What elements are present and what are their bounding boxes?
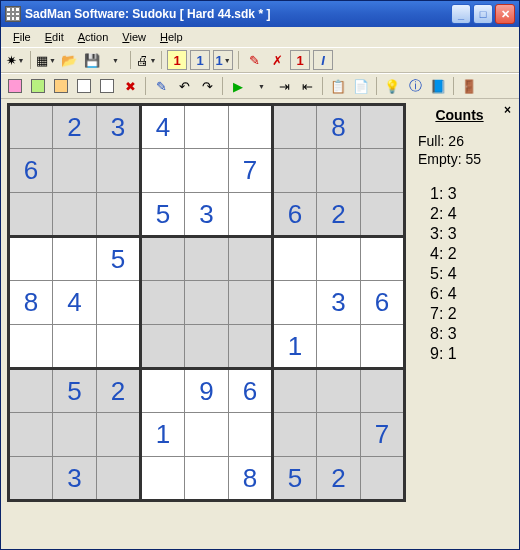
undo-icon[interactable]: ↶	[174, 76, 194, 96]
clear-colors-icon[interactable]: ✖	[120, 76, 140, 96]
cell-r4-c7[interactable]: 3	[317, 281, 361, 325]
cell-r0-c2[interactable]: 3	[97, 105, 141, 149]
cell-r5-c1[interactable]	[53, 325, 97, 369]
step-back-icon[interactable]: ⇤	[297, 76, 317, 96]
cell-r4-c3[interactable]	[141, 281, 185, 325]
cell-r4-c8[interactable]: 6	[361, 281, 405, 325]
cell-r2-c3[interactable]: 5	[141, 193, 185, 237]
maximize-button[interactable]: □	[473, 4, 493, 24]
cell-r3-c7[interactable]	[317, 237, 361, 281]
cell-r2-c0[interactable]	[9, 193, 53, 237]
menu-action[interactable]: Action	[72, 29, 115, 45]
mark-b-icon[interactable]: ✗	[267, 50, 287, 70]
cell-r6-c1[interactable]: 5	[53, 369, 97, 413]
cell-r5-c0[interactable]	[9, 325, 53, 369]
cell-r7-c6[interactable]	[273, 413, 317, 457]
cell-r7-c1[interactable]	[53, 413, 97, 457]
menu-view[interactable]: View	[116, 29, 152, 45]
cell-r8-c5[interactable]: 8	[229, 457, 273, 501]
cell-r6-c7[interactable]	[317, 369, 361, 413]
play-icon[interactable]: ▶	[228, 76, 248, 96]
cell-r0-c7[interactable]: 8	[317, 105, 361, 149]
cell-r7-c5[interactable]	[229, 413, 273, 457]
cell-r0-c5[interactable]	[229, 105, 273, 149]
cell-r7-c7[interactable]	[317, 413, 361, 457]
cell-r7-c8[interactable]: 7	[361, 413, 405, 457]
cell-r1-c5[interactable]: 7	[229, 149, 273, 193]
cell-r5-c2[interactable]	[97, 325, 141, 369]
cell-r8-c1[interactable]: 3	[53, 457, 97, 501]
cell-r4-c4[interactable]	[185, 281, 229, 325]
cell-r3-c1[interactable]	[53, 237, 97, 281]
cell-r7-c0[interactable]	[9, 413, 53, 457]
cell-r1-c1[interactable]	[53, 149, 97, 193]
cell-r6-c0[interactable]	[9, 369, 53, 413]
cell-r4-c2[interactable]	[97, 281, 141, 325]
menu-file[interactable]: File	[7, 29, 37, 45]
cell-r4-c6[interactable]	[273, 281, 317, 325]
cell-r1-c4[interactable]	[185, 149, 229, 193]
info-icon[interactable]: ⓘ	[405, 76, 425, 96]
print-icon[interactable]: 🖨▼	[136, 50, 156, 70]
grid-icon[interactable]: ▦▼	[36, 50, 56, 70]
cell-r6-c5[interactable]: 6	[229, 369, 273, 413]
cell-r5-c7[interactable]	[317, 325, 361, 369]
cell-r1-c8[interactable]	[361, 149, 405, 193]
cell-r8-c6[interactable]: 5	[273, 457, 317, 501]
cell-r8-c2[interactable]	[97, 457, 141, 501]
cell-r7-c2[interactable]	[97, 413, 141, 457]
mark-a-icon[interactable]: ✎	[244, 50, 264, 70]
cell-r6-c6[interactable]	[273, 369, 317, 413]
color-3[interactable]	[51, 76, 71, 96]
cell-r3-c6[interactable]	[273, 237, 317, 281]
redo-icon[interactable]: ↷	[197, 76, 217, 96]
numpad-4-icon[interactable]: 1	[290, 50, 310, 70]
exit-icon[interactable]: 🚪	[459, 76, 479, 96]
play-dropdown-icon[interactable]: ▼	[251, 76, 271, 96]
cell-r6-c3[interactable]	[141, 369, 185, 413]
save-icon[interactable]: 💾	[82, 50, 102, 70]
cell-r2-c8[interactable]	[361, 193, 405, 237]
cell-r5-c5[interactable]	[229, 325, 273, 369]
color-5[interactable]	[97, 76, 117, 96]
sudoku-grid[interactable]: 23486753625843615296173852	[7, 103, 406, 502]
menu-help[interactable]: Help	[154, 29, 189, 45]
cell-r8-c4[interactable]	[185, 457, 229, 501]
book-icon[interactable]: 📘	[428, 76, 448, 96]
cell-r0-c1[interactable]: 2	[53, 105, 97, 149]
cell-r0-c0[interactable]	[9, 105, 53, 149]
cell-r5-c3[interactable]	[141, 325, 185, 369]
pencil-icon[interactable]: ✎	[151, 76, 171, 96]
cell-r2-c2[interactable]	[97, 193, 141, 237]
cell-r3-c5[interactable]	[229, 237, 273, 281]
cell-r6-c8[interactable]	[361, 369, 405, 413]
step-icon[interactable]: ⇥	[274, 76, 294, 96]
cell-r4-c1[interactable]: 4	[53, 281, 97, 325]
cell-r1-c0[interactable]: 6	[9, 149, 53, 193]
cell-r8-c0[interactable]	[9, 457, 53, 501]
cell-r2-c4[interactable]: 3	[185, 193, 229, 237]
hint-icon[interactable]: 💡	[382, 76, 402, 96]
color-2[interactable]	[28, 76, 48, 96]
cell-r7-c3[interactable]: 1	[141, 413, 185, 457]
cell-r5-c6[interactable]: 1	[273, 325, 317, 369]
cell-r2-c6[interactable]: 6	[273, 193, 317, 237]
cell-r4-c5[interactable]	[229, 281, 273, 325]
cell-r1-c3[interactable]	[141, 149, 185, 193]
numpad-2-icon[interactable]: 1	[190, 50, 210, 70]
cell-r5-c4[interactable]	[185, 325, 229, 369]
cell-r8-c3[interactable]	[141, 457, 185, 501]
cell-r0-c8[interactable]	[361, 105, 405, 149]
open-icon[interactable]: 📂	[59, 50, 79, 70]
panel-close-icon[interactable]: ×	[504, 103, 511, 117]
copy-icon[interactable]: 📋	[328, 76, 348, 96]
cell-r3-c8[interactable]	[361, 237, 405, 281]
color-4[interactable]	[74, 76, 94, 96]
cell-r5-c8[interactable]	[361, 325, 405, 369]
color-1[interactable]	[5, 76, 25, 96]
close-button[interactable]: ✕	[495, 4, 515, 24]
cell-r0-c3[interactable]: 4	[141, 105, 185, 149]
save-dropdown-icon[interactable]: ▼	[105, 50, 125, 70]
cell-r2-c1[interactable]	[53, 193, 97, 237]
cell-r2-c5[interactable]	[229, 193, 273, 237]
